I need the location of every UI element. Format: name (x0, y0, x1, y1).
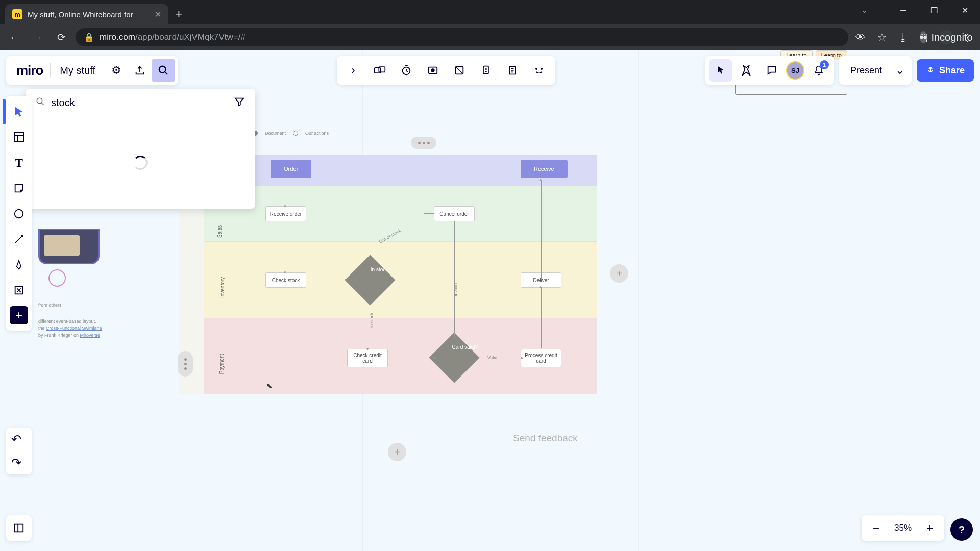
order-header[interactable]: Order (271, 160, 311, 178)
zoom-in-button[interactable]: + (920, 518, 940, 538)
lane-label-inventory: Inventory (219, 277, 225, 298)
svg-point-0 (159, 66, 166, 73)
minimize-button[interactable]: ─ (888, 0, 919, 20)
talktrack-button[interactable] (474, 59, 498, 82)
pointer-mode-button[interactable] (709, 59, 732, 82)
frame-side-menu-button[interactable] (178, 351, 193, 377)
star-icon[interactable]: ☆ (875, 30, 889, 44)
shape-circle[interactable] (48, 269, 66, 287)
node-process-card[interactable]: Process credit card (521, 349, 561, 367)
url-input[interactable]: 🔒 miro.com/app/board/uXjVMqk7Vtw=/# (76, 28, 848, 46)
frames-panel-toggle[interactable] (6, 515, 32, 541)
frame-menu-button[interactable] (411, 137, 436, 149)
eye-off-icon[interactable]: 👁 (853, 30, 868, 44)
svg-point-3 (15, 210, 23, 218)
notifications-button[interactable]: 1 (807, 59, 830, 82)
present-button[interactable]: Present (843, 59, 889, 82)
node-cancel-order[interactable]: Cancel order (434, 206, 475, 221)
undo-button[interactable]: ↶ (6, 428, 27, 451)
swimlane-frame[interactable]: Order Receive Receive order Cancel order… (204, 155, 597, 394)
search-results-loading (26, 117, 255, 209)
add-frame-bottom-button[interactable]: + (388, 443, 406, 461)
edge-label-in-stock: In stock (369, 312, 374, 328)
user-avatar[interactable]: SJ (786, 61, 804, 80)
export-button[interactable] (128, 59, 152, 82)
search-input[interactable] (51, 97, 228, 109)
comments-button[interactable] (761, 59, 783, 82)
receive-header[interactable]: Receive (521, 160, 568, 178)
forward-button[interactable]: → (29, 28, 47, 46)
estimation-button[interactable] (447, 59, 472, 82)
notes-button[interactable] (500, 59, 525, 82)
zoom-out-button[interactable]: − (866, 518, 886, 538)
reactions-button[interactable] (735, 59, 757, 82)
tab-title: My stuff, Online Whiteboard for (28, 10, 150, 19)
redo-button[interactable]: ↷ (6, 451, 27, 474)
lane-label-payment: Payment (219, 354, 225, 374)
edge (286, 180, 286, 206)
collaboration-toolbar: › (337, 56, 555, 85)
hide-collaborators-button[interactable] (368, 59, 392, 82)
svg-point-14 (535, 68, 537, 70)
edge (541, 287, 542, 348)
legend-circle-icon (293, 131, 298, 136)
cursor-mode-group: SJ 1 (705, 56, 834, 85)
timer-button[interactable] (394, 59, 419, 82)
swimlane-template-link[interactable]: Cross-Functional Swimlane (46, 325, 102, 331)
voting-button[interactable] (421, 59, 445, 82)
templates-tool[interactable] (9, 124, 29, 150)
frame-tool[interactable] (9, 278, 29, 303)
settings-button[interactable]: ⚙ (105, 59, 128, 82)
send-feedback-link[interactable]: Send feedback (513, 433, 578, 444)
back-button[interactable]: ← (5, 28, 23, 46)
present-dropdown-button[interactable]: ⌄ (892, 59, 908, 82)
node-in-stock[interactable]: In stock? (345, 255, 396, 306)
filter-button[interactable] (234, 96, 245, 110)
more-apps-button[interactable] (527, 59, 551, 82)
thumbnail[interactable] (38, 229, 100, 264)
board-name[interactable]: My stuff (51, 65, 105, 77)
undo-redo-toolbar: ↶ ↷ (6, 428, 32, 474)
url-path: /app/board/uXjVMqk7Vtw=/# (135, 32, 246, 42)
more-tools-button[interactable]: + (10, 306, 28, 324)
browser-chrome: m My stuff, Online Whiteboard for ✕ + ⌄ … (0, 0, 980, 50)
pen-tool[interactable] (9, 252, 29, 278)
select-tool[interactable] (9, 99, 29, 124)
download-icon[interactable]: ⭳ (896, 30, 911, 44)
close-tab-icon[interactable]: ✕ (155, 10, 161, 19)
share-button[interactable]: Share (917, 59, 974, 82)
miroverse-link[interactable]: Miroverse (80, 333, 101, 338)
miro-logo[interactable]: miro (9, 63, 50, 79)
tabs-dropdown-icon[interactable]: ⌄ (861, 5, 868, 15)
window-controls: ─ ❐ ✕ (888, 0, 980, 20)
cursor-icon: ⬉ (266, 382, 273, 390)
edge (306, 280, 345, 280)
search-button[interactable] (152, 59, 175, 82)
notification-badge: 1 (820, 60, 829, 69)
new-tab-button[interactable]: + (168, 4, 189, 24)
browser-tab[interactable]: m My stuff, Online Whiteboard for ✕ (5, 4, 168, 24)
shape-tool[interactable] (9, 201, 29, 227)
right-header-cluster: SJ 1 Present ⌄ Share (705, 56, 974, 85)
text-tool[interactable]: T (9, 150, 29, 176)
sticky-note-tool[interactable] (9, 176, 29, 201)
lane-payment[interactable]: Check credit card Card valid? Process cr… (204, 318, 597, 394)
reload-button[interactable]: ⟳ (52, 28, 70, 46)
maximize-button[interactable]: ❐ (919, 0, 949, 20)
close-window-button[interactable]: ✕ (949, 0, 980, 20)
add-frame-right-button[interactable]: + (610, 264, 628, 283)
line-tool[interactable] (9, 227, 29, 252)
spinner-icon (133, 156, 148, 170)
svg-rect-5 (15, 524, 23, 532)
incognito-badge[interactable]: 🕶 Incognito (939, 30, 953, 44)
help-button[interactable]: ? (950, 518, 973, 541)
left-toolbar: T + (6, 96, 32, 331)
search-panel (26, 89, 255, 209)
expand-toolbar-button[interactable]: › (341, 59, 365, 82)
zoom-level[interactable]: 35% (889, 523, 917, 533)
browser-menu-icon[interactable]: ⋮ (961, 30, 975, 44)
node-check-card[interactable]: Check credit card (347, 349, 388, 367)
address-bar-icons: 👁 ☆ ⭳ ▯ 🕶 Incognito ⋮ (853, 30, 975, 44)
search-icon (36, 97, 45, 109)
lane-inventory[interactable]: Check stock In stock? Deliver (204, 241, 597, 318)
